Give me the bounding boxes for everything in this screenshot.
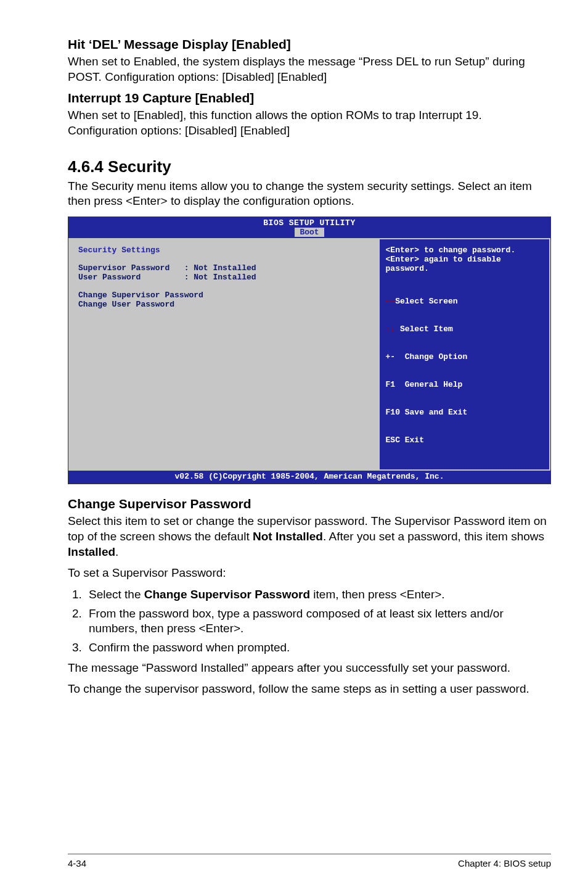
bios-help-line-2: <Enter> again to disable password. <box>386 255 543 273</box>
bios-change-user-password: Change User Password <box>78 300 370 309</box>
bios-help-line-1: <Enter> to change password. <box>386 245 543 255</box>
bios-nav-change-option: +- Change Option <box>386 352 543 361</box>
hit-del-heading: Hit ‘DEL’ Message Display [Enabled] <box>68 37 551 52</box>
bios-nav-esc-exit: ESC Exit <box>386 435 543 445</box>
bios-tab-boot: Boot <box>295 228 324 237</box>
bios-user-password-row: User Password : Not Installed <box>78 273 370 282</box>
arrows-up-down-icon <box>386 324 400 334</box>
security-intro: The Security menu items allow you to cha… <box>68 179 551 209</box>
int19-heading: Interrupt 19 Capture [Enabled] <box>68 91 551 105</box>
change-sup-p4: To change the supervisor password, follo… <box>68 682 551 697</box>
bios-copyright-footer: v02.58 (C)Copyright 1985-2004, American … <box>68 471 550 484</box>
bios-change-supervisor-password: Change Supervisor Password <box>78 291 370 300</box>
bios-nav-save-exit: F10 Save and Exit <box>386 408 543 417</box>
arrows-left-right-icon <box>386 297 396 306</box>
hit-del-body: When set to Enabled, the system displays… <box>68 54 551 85</box>
bios-left-pane: Security Settings Supervisor Password : … <box>68 239 378 471</box>
bios-nav-select-screen: Select Screen <box>386 297 543 306</box>
int19-body: When set to [Enabled], this function all… <box>68 108 551 138</box>
bios-title: BIOS SETUP UTILITY <box>263 218 355 228</box>
bios-nav-general-help: F1 General Help <box>386 380 543 389</box>
page-number: 4-34 <box>68 858 86 868</box>
bios-right-pane: <Enter> to change password. <Enter> agai… <box>378 239 550 471</box>
bios-security-settings-label: Security Settings <box>78 245 370 255</box>
step-1: Select the Change Supervisor Password it… <box>85 587 551 603</box>
bios-nav-select-item: Select Item <box>386 324 543 334</box>
change-sup-steps: Select the Change Supervisor Password it… <box>68 587 551 656</box>
change-sup-p2: To set a Supervisor Password: <box>68 566 551 581</box>
bios-screenshot: BIOS SETUP UTILITY Boot Security Setting… <box>68 217 551 484</box>
change-sup-p1: Select this item to set or change the su… <box>68 514 551 559</box>
page-footer: 4-34 Chapter 4: BIOS setup <box>68 854 551 868</box>
security-heading: 4.6.4 Security <box>68 157 551 176</box>
step-2: From the password box, type a password c… <box>85 606 551 637</box>
change-sup-heading: Change Supervisor Password <box>68 497 551 511</box>
chapter-label: Chapter 4: BIOS setup <box>458 858 551 868</box>
bios-supervisor-password-row: Supervisor Password : Not Installed <box>78 263 370 273</box>
change-sup-p3: The message “Password Installed” appears… <box>68 661 551 676</box>
step-3: Confirm the password when prompted. <box>85 640 551 656</box>
